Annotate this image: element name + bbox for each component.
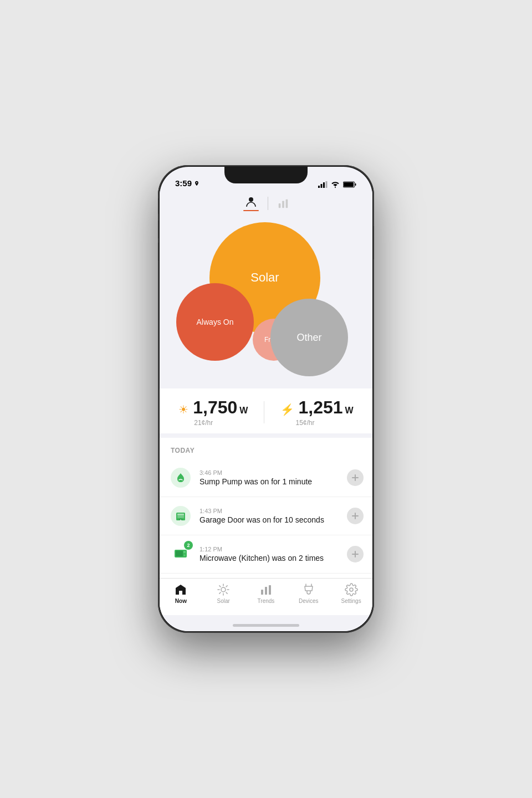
svg-rect-9	[278, 203, 280, 208]
svg-rect-2	[323, 182, 325, 188]
svg-rect-11	[285, 200, 288, 208]
today-label: TODAY	[160, 438, 372, 459]
microwave-time: 1:12 PM	[200, 546, 340, 553]
header-tabs	[160, 191, 372, 211]
battery-icon	[343, 181, 357, 188]
svg-rect-25	[176, 551, 183, 556]
bolt-icon: ⚡	[280, 403, 294, 416]
nav-devices-label: Devices	[299, 598, 319, 604]
sump-pump-add-button[interactable]	[347, 469, 364, 486]
svg-point-42	[350, 588, 353, 591]
svg-rect-3	[326, 181, 328, 188]
nav-trends[interactable]: Trends	[249, 583, 283, 604]
solar-unit: W	[239, 406, 248, 416]
phone-frame: 3:59	[158, 165, 374, 633]
usage-stat: ⚡ 1,251 W 15¢/hr	[280, 397, 354, 427]
nav-now-label: Now	[175, 598, 187, 604]
tab-person[interactable]	[243, 196, 259, 211]
svg-line-38	[226, 586, 227, 587]
settings-icon	[345, 583, 358, 596]
status-icons	[318, 181, 357, 188]
activity-item-garage-door[interactable]: 1:43 PM Garage Door was on for 10 second…	[160, 497, 372, 535]
svg-rect-6	[344, 182, 354, 187]
sun-nav-icon	[217, 583, 230, 596]
svg-rect-0	[318, 186, 320, 188]
solar-rate: 21¢/hr	[178, 419, 213, 427]
usage-value: 1,251	[299, 397, 343, 418]
activity-list: 3:46 PM Sump Pump was on for 1 minute	[160, 459, 372, 574]
nav-solar[interactable]: Solar	[207, 583, 240, 604]
usage-unit: W	[345, 406, 354, 416]
svg-line-37	[219, 592, 221, 594]
add-icon	[351, 474, 359, 482]
garage-door-icon	[171, 506, 191, 526]
sump-pump-icon-wrap	[168, 466, 193, 490]
microwave-badge: 2	[184, 541, 193, 550]
volume-down-button[interactable]	[158, 243, 158, 260]
microwave-add-button[interactable]	[347, 546, 364, 562]
nav-now[interactable]: Now	[164, 583, 197, 604]
nav-solar-label: Solar	[217, 598, 230, 604]
sump-pump-text: 3:46 PM Sump Pump was on for 1 minute	[200, 469, 340, 486]
phone-screen: 3:59	[160, 167, 372, 631]
status-time: 3:59	[175, 178, 200, 188]
nav-devices[interactable]: Devices	[292, 583, 325, 604]
bottom-nav: Now Solar	[160, 578, 372, 615]
power-button[interactable]	[374, 226, 374, 259]
sump-pump-time: 3:46 PM	[200, 469, 340, 476]
plug-icon	[302, 583, 315, 596]
solar-label: Solar	[250, 270, 279, 285]
garage-door-time: 1:43 PM	[200, 508, 340, 514]
activity-item-microwave[interactable]: 2 1:12 PM Microwave (Kitchen) was on 2 t…	[160, 535, 372, 574]
svg-point-27	[184, 555, 186, 556]
nav-settings-label: Settings	[341, 598, 361, 604]
microwave-icon-wrap: 2	[168, 542, 193, 566]
silent-switch[interactable]	[158, 198, 158, 214]
svg-point-8	[249, 197, 253, 202]
volume-up-button[interactable]	[158, 221, 158, 238]
svg-point-4	[335, 187, 336, 188]
home-icon	[174, 583, 187, 596]
solar-value: 1,750	[193, 397, 237, 418]
svg-line-35	[219, 586, 221, 587]
today-section: TODAY 3:46 PM Sump	[160, 438, 372, 578]
sun-icon: ☀	[178, 403, 188, 416]
home-bar[interactable]	[233, 624, 299, 627]
svg-rect-26	[183, 551, 186, 553]
garage-door-icon-wrap	[168, 504, 193, 528]
tab-divider	[268, 197, 268, 210]
svg-rect-10	[282, 201, 284, 208]
microwave-desc: Microwave (Kitchen) was on 2 times	[200, 554, 340, 562]
always-on-bubble[interactable]: Always On	[176, 283, 254, 361]
solar-stat: ☀ 1,750 W 21¢/hr	[178, 397, 248, 427]
stat-divider	[264, 401, 264, 423]
screen-content: Solar Always On Fridge Other ☀ 1,750	[160, 191, 372, 631]
garage-door-text: 1:43 PM Garage Door was on for 10 second…	[200, 508, 340, 524]
signal-icon	[318, 181, 328, 188]
tab-chart[interactable]	[277, 197, 289, 209]
svg-rect-18	[177, 515, 184, 516]
nav-trends-label: Trends	[258, 598, 275, 604]
wifi-icon	[331, 181, 340, 188]
usage-rate: 15¢/hr	[280, 419, 315, 427]
bubble-chart: Solar Always On Fridge Other	[165, 211, 367, 388]
power-stats: ☀ 1,750 W 21¢/hr ⚡ 1,251 W 15¢/hr	[160, 388, 372, 433]
svg-line-36	[226, 592, 227, 594]
svg-rect-39	[261, 590, 263, 595]
garage-door-desc: Garage Door was on for 10 seconds	[200, 515, 340, 524]
svg-rect-17	[177, 514, 184, 515]
sump-pump-icon	[171, 468, 191, 488]
svg-rect-1	[321, 184, 323, 188]
svg-rect-19	[177, 517, 184, 518]
svg-rect-40	[265, 587, 267, 595]
activity-item-sump-pump[interactable]: 3:46 PM Sump Pump was on for 1 minute	[160, 459, 372, 497]
microwave-icon-relative: 2	[171, 543, 191, 565]
other-bubble[interactable]: Other	[270, 299, 348, 376]
svg-rect-21	[180, 520, 182, 521]
svg-rect-7	[355, 183, 356, 186]
other-label: Other	[296, 332, 321, 344]
chart-icon	[277, 197, 289, 209]
time-display: 3:59	[175, 178, 192, 188]
garage-door-add-button[interactable]	[347, 508, 364, 524]
nav-settings[interactable]: Settings	[335, 583, 368, 604]
